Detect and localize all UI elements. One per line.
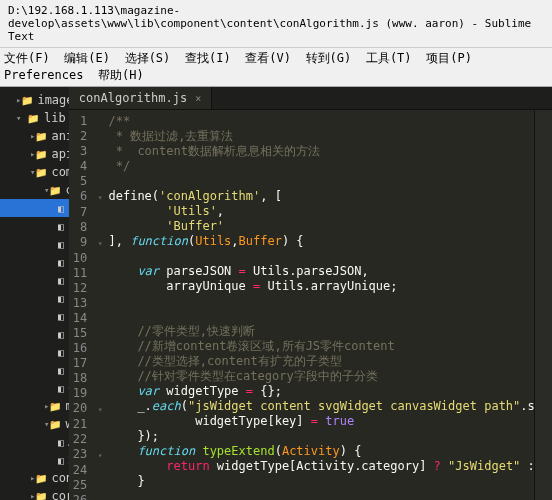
file-conAlgorithm[interactable]: ◧conAlgorithm.js (0, 199, 69, 217)
folder-widget[interactable]: ▾📁widget (0, 415, 69, 433)
window-titlebar: D:\192.168.1.113\magazine-develop\assets… (0, 0, 552, 48)
folder-label: controller (51, 471, 68, 485)
file-conIScroll[interactable]: ◧conIScroll.js (0, 289, 69, 307)
folder-component[interactable]: ▾📁component (0, 163, 69, 181)
folder-label: api (51, 147, 68, 161)
tab-label: conAlgorithm.js (79, 91, 187, 105)
folder-label: images (37, 93, 68, 107)
close-icon[interactable]: × (195, 93, 201, 104)
line-gutter: 1 2 3 4 5 6 ▾7 8 9 ▾10 11 12 13 14 15 16… (69, 110, 109, 500)
file-conMix[interactable]: ◧conMix.js (0, 307, 69, 325)
folder-api[interactable]: ▸📁api (0, 145, 69, 163)
menu-preferences[interactable]: Preferences (4, 68, 83, 82)
tab-bar: conAlgorithm.js × (69, 87, 552, 110)
folder-label: component (51, 165, 68, 179)
menu-goto[interactable]: 转到(G) (306, 51, 352, 65)
file-conScope[interactable]: ◧conScope.js (0, 343, 69, 361)
folder-label: lib (44, 111, 66, 125)
folder-label: animate (51, 129, 68, 143)
file-ShowNote[interactable]: ◧ShowNote.js (0, 451, 69, 469)
main-layout: ▸📁images ▾📁lib ▸📁animate ▸📁api ▾📁compone… (0, 87, 552, 500)
folder-media[interactable]: ▸📁media (0, 397, 69, 415)
file-conEvent[interactable]: ◧conEvent.js (0, 253, 69, 271)
file-conCanvas[interactable]: ◧conCanvas.js (0, 235, 69, 253)
tab-conAlgorithm[interactable]: conAlgorithm.js × (69, 87, 212, 109)
folder-label: core (51, 489, 68, 500)
folder-animate[interactable]: ▸📁animate (0, 127, 69, 145)
folder-core[interactable]: ▸📁core (0, 487, 69, 500)
minimap[interactable] (534, 110, 552, 500)
menu-find[interactable]: 查找(I) (185, 51, 231, 65)
editor-pane: conAlgorithm.js × 1 2 3 4 5 6 ▾7 8 9 ▾10… (69, 87, 552, 500)
file-Action[interactable]: ◧Action.js (0, 433, 69, 451)
menu-file[interactable]: 文件(F) (4, 51, 50, 65)
file-conFilter[interactable]: ◧conFilter.js (0, 271, 69, 289)
folder-controller[interactable]: ▸📁controller (0, 469, 69, 487)
menu-edit[interactable]: 编辑(E) (64, 51, 110, 65)
menu-view[interactable]: 查看(V) (245, 51, 291, 65)
menu-select[interactable]: 选择(S) (125, 51, 171, 65)
file-conParallax[interactable]: ◧conParallax.js (0, 325, 69, 343)
sidebar[interactable]: ▸📁images ▾📁lib ▸📁animate ▸📁api ▾📁compone… (0, 87, 69, 500)
menu-help[interactable]: 帮助(H) (98, 68, 144, 82)
file-conStructure[interactable]: ◧conStructure.js (0, 361, 69, 379)
folder-content[interactable]: ▾📁content (0, 181, 69, 199)
menubar: 文件(F) 编辑(E) 选择(S) 查找(I) 查看(V) 转到(G) 工具(T… (0, 48, 552, 87)
code-area[interactable]: 1 2 3 4 5 6 ▾7 8 9 ▾10 11 12 13 14 15 16… (69, 110, 552, 500)
folder-images[interactable]: ▸📁images (0, 91, 69, 109)
menu-project[interactable]: 项目(P) (426, 51, 472, 65)
menu-tools[interactable]: 工具(T) (366, 51, 412, 65)
file-conAnimation[interactable]: ◧conAnimation.js (0, 217, 69, 235)
file-Content[interactable]: ◧Content.js (0, 379, 69, 397)
folder-lib[interactable]: ▾📁lib (0, 109, 69, 127)
code-content[interactable]: /** * 数据过滤,去重算法 * content数据解析息息相关的方法 */ … (108, 110, 534, 500)
